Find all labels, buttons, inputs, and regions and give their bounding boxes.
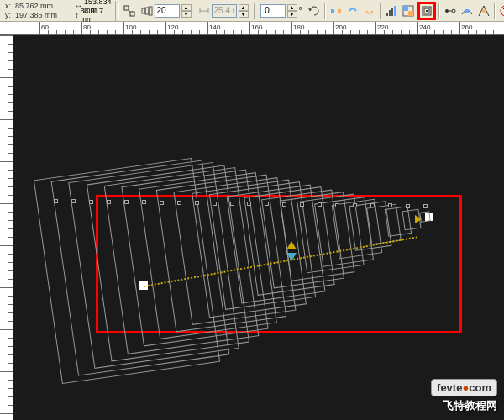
selection-node bbox=[335, 203, 339, 207]
accel-sizing-button[interactable] bbox=[417, 2, 436, 20]
blend-spacing-group: ▲ ▼ bbox=[195, 4, 252, 18]
separator bbox=[380, 3, 381, 19]
loop-button[interactable] bbox=[307, 2, 322, 20]
svg-point-22 bbox=[445, 9, 449, 13]
separator bbox=[324, 3, 326, 19]
selection-node bbox=[142, 200, 146, 204]
svg-rect-4 bbox=[145, 8, 149, 14]
path-properties-button[interactable] bbox=[459, 2, 475, 20]
steps-icon bbox=[141, 5, 153, 17]
svg-rect-25 bbox=[465, 9, 469, 13]
separator bbox=[118, 3, 119, 19]
watermark-badge: fevte●com bbox=[431, 379, 497, 396]
selection-node bbox=[213, 202, 217, 206]
selection-node bbox=[195, 201, 199, 205]
svg-rect-15 bbox=[394, 6, 396, 16]
height-value: 84.917 mm bbox=[81, 7, 112, 24]
selection-node bbox=[247, 202, 251, 206]
svg-rect-11 bbox=[338, 9, 341, 13]
separator bbox=[438, 3, 440, 19]
selection-node bbox=[406, 204, 410, 208]
svg-line-2 bbox=[129, 10, 130, 12]
selection-node bbox=[423, 204, 428, 208]
steps-down[interactable]: ▼ bbox=[181, 11, 192, 18]
svg-rect-17 bbox=[403, 6, 408, 11]
color-accel-button[interactable] bbox=[401, 2, 416, 20]
spacing-up: ▲ bbox=[239, 4, 249, 11]
selection-node bbox=[300, 202, 304, 207]
svg-rect-1 bbox=[130, 12, 134, 16]
blend-rotation-input[interactable] bbox=[260, 4, 286, 18]
blend-step bbox=[419, 211, 431, 223]
rotation-up[interactable]: ▲ bbox=[287, 4, 297, 11]
canvas[interactable]: fevte●com 飞特教程网 bbox=[13, 35, 504, 420]
blend-steps-group: ▲ ▼ bbox=[138, 4, 195, 18]
y-value: 197.386 mm bbox=[15, 11, 67, 19]
svg-rect-12 bbox=[386, 13, 388, 16]
svg-rect-10 bbox=[331, 9, 334, 13]
selection-node bbox=[160, 201, 164, 205]
steps-up[interactable]: ▲ bbox=[181, 4, 192, 11]
selection-node bbox=[282, 202, 286, 207]
selection-node bbox=[230, 202, 234, 206]
direct-blend-button[interactable] bbox=[328, 2, 344, 20]
blend-step bbox=[402, 208, 421, 229]
size-readout: ↔ 153.834 mm ↕ 84.917 mm bbox=[71, 1, 116, 21]
selection-node bbox=[370, 203, 375, 207]
svg-marker-9 bbox=[308, 8, 312, 11]
position-readout: x: 85.762 mm y: 197.386 mm bbox=[2, 1, 71, 21]
svg-point-26 bbox=[482, 9, 486, 13]
selection-node bbox=[318, 202, 322, 207]
rotation-down[interactable]: ▼ bbox=[287, 11, 297, 18]
selection-node bbox=[353, 203, 357, 207]
svg-rect-13 bbox=[389, 10, 391, 16]
selection-node bbox=[89, 200, 93, 204]
svg-rect-21 bbox=[426, 10, 428, 12]
spacing-down: ▼ bbox=[239, 11, 249, 18]
height-icon: ↕ bbox=[75, 11, 79, 19]
selection-node bbox=[107, 200, 111, 204]
svg-rect-18 bbox=[408, 11, 413, 16]
svg-rect-14 bbox=[391, 8, 393, 16]
property-bar: x: 85.762 mm y: 197.386 mm ↔ 153.834 mm … bbox=[0, 0, 504, 22]
selection-node bbox=[124, 200, 129, 204]
blend-rotation-group: ▲ ▼ ° bbox=[257, 4, 306, 18]
copy-properties-button[interactable] bbox=[476, 2, 491, 20]
watermark: fevte●com 飞特教程网 bbox=[431, 379, 497, 413]
svg-rect-0 bbox=[124, 6, 129, 10]
x-value: 85.762 mm bbox=[15, 2, 67, 10]
spacing-icon bbox=[198, 5, 210, 17]
separator bbox=[254, 3, 255, 19]
separator bbox=[494, 3, 496, 19]
clear-blend-button[interactable] bbox=[498, 2, 504, 20]
clockwise-blend-button[interactable] bbox=[345, 2, 360, 20]
svg-rect-3 bbox=[142, 8, 145, 13]
selection-node bbox=[177, 201, 181, 205]
preset-button[interactable] bbox=[122, 2, 137, 20]
selection-node bbox=[388, 203, 392, 207]
blend-spacing-input bbox=[212, 4, 237, 18]
counterclockwise-blend-button[interactable] bbox=[362, 2, 377, 20]
svg-rect-5 bbox=[149, 7, 152, 15]
selection-node bbox=[71, 199, 76, 203]
degree-label: ° bbox=[299, 6, 302, 15]
y-label: y: bbox=[5, 11, 13, 19]
x-label: x: bbox=[5, 2, 13, 10]
svg-point-23 bbox=[452, 9, 455, 13]
ruler-vertical bbox=[0, 35, 13, 420]
start-end-button[interactable] bbox=[443, 2, 458, 20]
ruler-horizontal: 6080100120140160180200220240260 bbox=[0, 22, 504, 35]
blend-steps-input[interactable] bbox=[155, 4, 180, 18]
selection-node bbox=[54, 199, 58, 203]
selection-node bbox=[265, 202, 269, 206]
object-accel-button[interactable] bbox=[384, 2, 399, 20]
watermark-tagline: 飞特教程网 bbox=[431, 398, 497, 413]
